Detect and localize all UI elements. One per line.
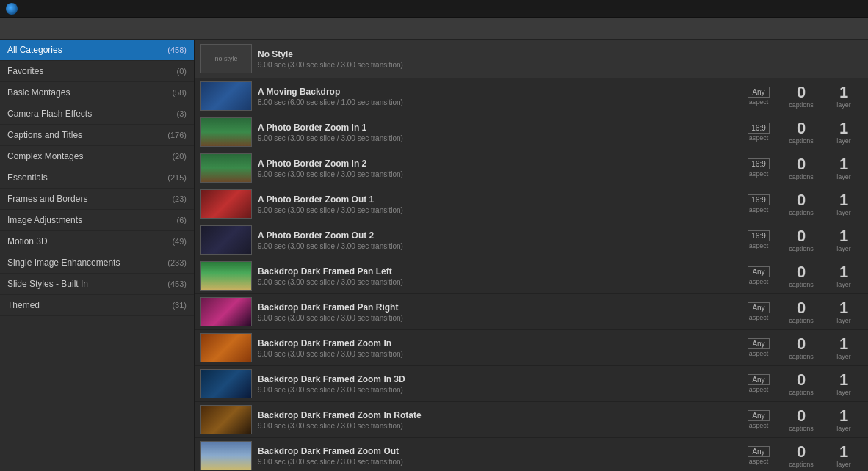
sidebar-item-single-image-enhancements[interactable]: Single Image Enhancements (233) <box>0 252 194 274</box>
effect-thumb <box>200 225 252 255</box>
captions-col: 0 captions <box>783 264 820 288</box>
sidebar-item-image-adjustments[interactable]: Image Adjustments (6) <box>0 210 194 231</box>
effect-info: Backdrop Dark Framed Pan Right 9.00 sec … <box>258 302 734 322</box>
sidebar-item-count: (233) <box>167 258 187 267</box>
captions-number: 0 <box>790 300 812 316</box>
sidebar-item-label: Essentials <box>7 172 48 183</box>
layer-sub: layer <box>836 101 851 109</box>
aspect-badge: Any <box>748 374 770 385</box>
aspect-col: Any aspect <box>740 87 777 106</box>
sidebar-item-complex-montages[interactable]: Complex Montages (20) <box>0 146 194 167</box>
effect-name: Backdrop Dark Framed Zoom In Rotate <box>258 410 734 420</box>
effect-row-photo-border-zoom-out-1[interactable]: A Photo Border Zoom Out 1 9.00 sec (3.00… <box>195 186 868 222</box>
effect-thumb <box>200 189 252 219</box>
aspect-sub: aspect <box>749 350 769 357</box>
aspect-col: Any aspect <box>740 266 777 285</box>
effect-meta: Any aspect 0 captions 1 layer <box>740 264 862 288</box>
aspect-col: 16:9 aspect <box>740 194 777 213</box>
effect-meta: Any aspect 0 captions 1 layer <box>740 408 862 432</box>
layer-number: 1 <box>833 120 855 136</box>
layer-col: 1 layer <box>825 192 862 216</box>
captions-sub: captions <box>789 101 814 109</box>
effect-thumb <box>200 405 252 434</box>
effect-thumb <box>200 369 252 398</box>
aspect-sub: aspect <box>749 98 769 106</box>
captions-sub: captions <box>789 209 814 216</box>
effect-meta: Any aspect 0 captions 1 layer <box>740 84 862 109</box>
effect-time: 9.00 sec (3.00 sec slide / 3.00 sec tran… <box>258 350 734 358</box>
effect-row-no-style[interactable]: no style No Style 9.00 sec (3.00 sec sli… <box>195 40 868 78</box>
aspect-badge: 16:9 <box>748 230 770 241</box>
effect-meta: Any aspect 0 captions 1 layer <box>740 372 862 396</box>
sidebar-item-captions-and-titles[interactable]: Captions and Titles (176) <box>0 125 194 146</box>
effect-name: A Photo Border Zoom Out 2 <box>258 230 734 241</box>
captions-number: 0 <box>790 228 812 244</box>
sidebar-item-slide-styles---built-in[interactable]: Slide Styles - Built In (453) <box>0 274 194 295</box>
layer-number: 1 <box>833 336 855 352</box>
effect-info: A Photo Border Zoom In 2 9.00 sec (3.00 … <box>258 158 734 178</box>
titlebar <box>0 0 868 18</box>
layer-col: 1 layer <box>825 228 862 252</box>
aspect-sub: aspect <box>749 422 769 429</box>
layer-sub: layer <box>836 353 851 360</box>
aspect-sub: aspect <box>749 206 769 213</box>
sidebar-item-count: (3) <box>177 109 187 118</box>
layer-sub: layer <box>836 425 851 432</box>
effect-name: Backdrop Dark Framed Zoom In 3D <box>258 374 734 384</box>
effect-row-photo-border-zoom-in-1[interactable]: A Photo Border Zoom In 1 9.00 sec (3.00 … <box>195 114 868 150</box>
captions-sub: captions <box>789 173 814 180</box>
effect-name: No Style <box>258 49 862 59</box>
effect-row-moving-backdrop[interactable]: A Moving Backdrop 8.00 sec (6.00 sec sli… <box>195 78 868 114</box>
layer-col: 1 layer <box>825 444 862 468</box>
sidebar-item-favorites[interactable]: Favorites (0) <box>0 61 194 82</box>
effect-thumb <box>200 81 252 111</box>
captions-col: 0 captions <box>783 192 820 216</box>
effect-row-backdrop-dark-framed-zoom-out[interactable]: Backdrop Dark Framed Zoom Out 9.00 sec (… <box>195 438 868 471</box>
captions-number: 0 <box>790 408 812 424</box>
sidebar-item-frames-and-borders[interactable]: Frames and Borders (23) <box>0 189 194 210</box>
sidebar-item-camera-flash-effects[interactable]: Camera Flash Effects (3) <box>0 103 194 125</box>
effect-info: Backdrop Dark Framed Pan Left 9.00 sec (… <box>258 266 734 286</box>
layer-sub: layer <box>836 317 851 324</box>
sidebar-item-basic-montages[interactable]: Basic Montages (58) <box>0 82 194 103</box>
aspect-col: Any aspect <box>740 374 777 393</box>
effect-list[interactable]: no style No Style 9.00 sec (3.00 sec sli… <box>195 40 868 471</box>
aspect-badge: Any <box>748 410 770 421</box>
layer-number: 1 <box>833 444 855 460</box>
effect-time: 9.00 sec (3.00 sec slide / 3.00 sec tran… <box>258 278 734 286</box>
captions-number: 0 <box>790 336 812 352</box>
captions-sub: captions <box>789 281 814 288</box>
effect-row-backdrop-dark-framed-pan-left[interactable]: Backdrop Dark Framed Pan Left 9.00 sec (… <box>195 258 868 294</box>
effect-thumb: no style <box>200 44 252 73</box>
effect-row-photo-border-zoom-in-2[interactable]: A Photo Border Zoom In 2 9.00 sec (3.00 … <box>195 150 868 186</box>
aspect-col: Any aspect <box>740 338 777 357</box>
effect-row-backdrop-dark-framed-pan-right[interactable]: Backdrop Dark Framed Pan Right 9.00 sec … <box>195 294 868 330</box>
effect-info: No Style 9.00 sec (3.00 sec slide / 3.00… <box>258 49 862 69</box>
sidebar-item-themed[interactable]: Themed (31) <box>0 295 194 316</box>
layer-number: 1 <box>833 264 855 280</box>
effect-time: 9.00 sec (3.00 sec slide / 3.00 sec tran… <box>258 61 862 69</box>
effect-row-photo-border-zoom-out-2[interactable]: A Photo Border Zoom Out 2 9.00 sec (3.00… <box>195 222 868 258</box>
captions-col: 0 captions <box>783 228 820 252</box>
captions-number: 0 <box>790 156 812 172</box>
sidebar-item-count: (176) <box>167 131 187 139</box>
effect-meta: Any aspect 0 captions 1 layer <box>740 336 862 360</box>
effect-row-backdrop-dark-framed-zoom-in-rotate[interactable]: Backdrop Dark Framed Zoom In Rotate 9.00… <box>195 402 868 438</box>
layer-col: 1 layer <box>825 372 862 396</box>
effect-row-backdrop-dark-framed-zoom-in-3d[interactable]: Backdrop Dark Framed Zoom In 3D 9.00 sec… <box>195 366 868 402</box>
effect-time: 9.00 sec (3.00 sec slide / 3.00 sec tran… <box>258 458 734 466</box>
effect-info: Backdrop Dark Framed Zoom Out 9.00 sec (… <box>258 446 734 466</box>
layer-col: 1 layer <box>825 408 862 432</box>
effect-time: 9.00 sec (3.00 sec slide / 3.00 sec tran… <box>258 206 734 214</box>
aspect-col: Any aspect <box>740 446 777 465</box>
layer-sub: layer <box>836 461 851 468</box>
sidebar-item-count: (31) <box>172 301 187 310</box>
sidebar-item-motion-3d[interactable]: Motion 3D (49) <box>0 231 194 252</box>
captions-col: 0 captions <box>783 300 820 324</box>
sidebar-item-all-categories[interactable]: All Categories (458) <box>0 40 194 61</box>
effect-row-backdrop-dark-framed-zoom-in[interactable]: Backdrop Dark Framed Zoom In 9.00 sec (3… <box>195 330 868 366</box>
captions-sub: captions <box>789 317 814 324</box>
sidebar-item-essentials[interactable]: Essentials (215) <box>0 167 194 189</box>
layer-number: 1 <box>833 84 855 101</box>
effect-info: Backdrop Dark Framed Zoom In Rotate 9.00… <box>258 410 734 430</box>
